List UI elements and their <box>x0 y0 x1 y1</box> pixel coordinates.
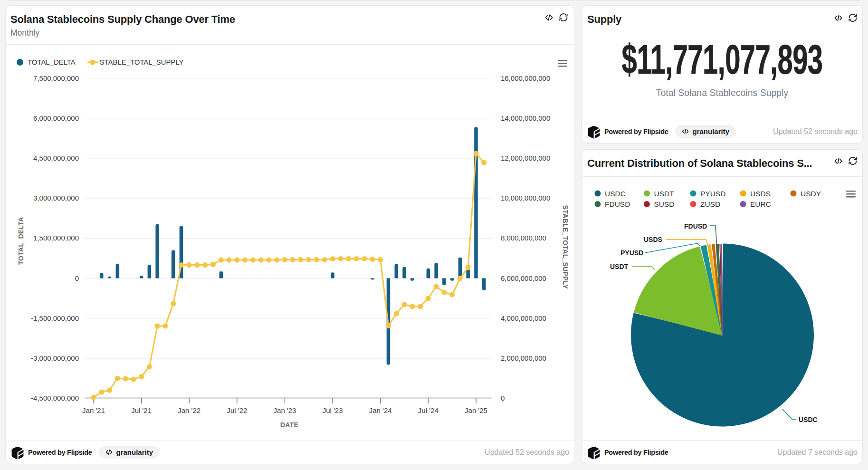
svg-text:Jan '22: Jan '22 <box>178 406 200 414</box>
svg-text:USDC: USDC <box>605 190 626 198</box>
svg-text:PYUSD: PYUSD <box>620 249 643 257</box>
svg-text:0: 0 <box>501 394 505 402</box>
svg-text:16,000,000,000: 16,000,000,000 <box>501 74 550 82</box>
svg-text:2,000,000,000: 2,000,000,000 <box>501 354 546 362</box>
svg-text:6,000,000,000: 6,000,000,000 <box>33 114 79 122</box>
svg-text:Jul '24: Jul '24 <box>418 406 439 414</box>
svg-text:USDY: USDY <box>801 190 821 198</box>
svg-text:Jan '21: Jan '21 <box>82 406 105 414</box>
svg-text:4,500,000,000: 4,500,000,000 <box>33 154 79 162</box>
svg-text:1,500,000,000: 1,500,000,000 <box>33 234 79 242</box>
svg-text:4,000,000,000: 4,000,000,000 <box>501 314 546 322</box>
svg-text:Jul '21: Jul '21 <box>131 406 152 414</box>
svg-text:Jan '24: Jan '24 <box>369 406 392 414</box>
svg-text:Jul '22: Jul '22 <box>227 406 247 414</box>
svg-text:8,000,000,000: 8,000,000,000 <box>501 234 546 242</box>
svg-text:FDUSD: FDUSD <box>605 200 630 208</box>
svg-text:0: 0 <box>75 274 79 282</box>
svg-text:ZUSD: ZUSD <box>700 200 720 208</box>
svg-text:-3,000,000,000: -3,000,000,000 <box>31 354 79 362</box>
svg-text:Jan '23: Jan '23 <box>274 406 296 414</box>
svg-text:PYUSD: PYUSD <box>700 190 725 198</box>
svg-text:SUSD: SUSD <box>654 200 675 208</box>
svg-text:7,500,000,000: 7,500,000,000 <box>33 74 79 82</box>
svg-text:12,000,000,000: 12,000,000,000 <box>501 154 550 162</box>
svg-text:14,000,000,000: 14,000,000,000 <box>501 114 550 122</box>
svg-text:USDC: USDC <box>799 416 818 423</box>
svg-text:3,000,000,000: 3,000,000,000 <box>33 194 79 202</box>
svg-text:EURC: EURC <box>750 200 771 208</box>
svg-text:Jan '25: Jan '25 <box>465 406 487 414</box>
svg-text:DATE: DATE <box>280 421 298 429</box>
svg-text:USDT: USDT <box>610 263 629 270</box>
svg-text:Jul '23: Jul '23 <box>323 406 343 414</box>
svg-text:USDS: USDS <box>644 236 662 243</box>
svg-text:6,000,000,000: 6,000,000,000 <box>501 274 546 282</box>
svg-text:10,000,000,000: 10,000,000,000 <box>501 194 550 202</box>
svg-text:FDUSD: FDUSD <box>684 222 707 230</box>
svg-text:TOTAL_DELTA: TOTAL_DELTA <box>17 217 25 265</box>
svg-text:-1,500,000,000: -1,500,000,000 <box>31 314 79 322</box>
svg-text:STABLE_TOTAL_SUPPLY: STABLE_TOTAL_SUPPLY <box>562 205 569 289</box>
svg-text:USDT: USDT <box>654 190 675 198</box>
svg-text:USDS: USDS <box>750 190 771 198</box>
svg-text:-4,500,000,000: -4,500,000,000 <box>31 394 79 402</box>
